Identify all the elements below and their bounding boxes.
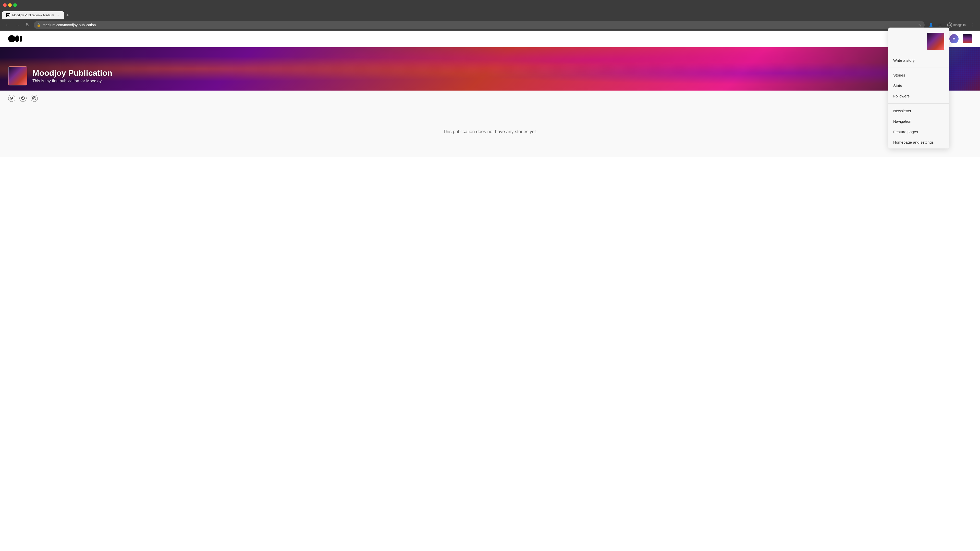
dropdown-settings-section: Newsletter Navigation Feature pages Home… bbox=[888, 105, 950, 148]
tab-title: Moodjoy Publication – Medium bbox=[12, 14, 54, 17]
instagram-link[interactable] bbox=[30, 95, 38, 102]
browser-toolbar: ← → ↻ 🔒 medium.com/moodjoy-publication ☆… bbox=[0, 19, 980, 30]
stories-item[interactable]: Stories bbox=[888, 70, 950, 80]
medium-logo-svg bbox=[8, 35, 22, 42]
homepage-settings-item[interactable]: Homepage and settings bbox=[888, 137, 950, 148]
medium-page: M Moodjoy Publication This is my first p… bbox=[0, 30, 980, 551]
incognito-badge[interactable]: Incognito bbox=[945, 21, 968, 29]
tab-favicon bbox=[6, 13, 10, 17]
incognito-label: Incognito bbox=[953, 23, 966, 27]
dropdown-stats-section: Stories Stats Followers bbox=[888, 69, 950, 102]
dropdown-pub-avatar bbox=[927, 33, 944, 50]
close-button[interactable] bbox=[3, 3, 6, 7]
newsletter-item[interactable]: Newsletter bbox=[888, 106, 950, 116]
write-story-item[interactable]: Write a story bbox=[888, 55, 950, 65]
incognito-icon bbox=[947, 22, 952, 27]
publication-subtitle: This is my first publication for Moodjoy… bbox=[32, 79, 112, 83]
publication-avatar[interactable] bbox=[963, 34, 972, 43]
svg-point-1 bbox=[8, 35, 15, 42]
back-button[interactable]: ← bbox=[3, 21, 11, 29]
hero-text: Moodjoy Publication This is my first pub… bbox=[32, 68, 112, 83]
empty-stories-message: This publication does not have any stori… bbox=[443, 129, 537, 135]
instagram-icon bbox=[32, 97, 36, 100]
address-bar[interactable]: 🔒 medium.com/moodjoy-publication ☆ bbox=[34, 21, 924, 29]
medium-logo[interactable] bbox=[8, 35, 22, 42]
tab-bar: Moodjoy Publication – Medium × + bbox=[0, 10, 980, 19]
hero-content: Moodjoy Publication This is my first pub… bbox=[8, 66, 112, 86]
facebook-icon bbox=[21, 97, 25, 100]
svg-point-3 bbox=[20, 36, 22, 42]
hero-pub-mini-image bbox=[9, 67, 27, 85]
user-avatar[interactable]: M bbox=[950, 34, 959, 43]
facebook-link[interactable] bbox=[19, 95, 27, 102]
maximize-button[interactable] bbox=[13, 3, 17, 7]
dropdown-primary-section: Write a story bbox=[888, 54, 950, 67]
url-text: medium.com/moodjoy-publication bbox=[43, 23, 916, 27]
minimize-button[interactable] bbox=[8, 3, 12, 7]
bookmark-star-icon: ☆ bbox=[918, 23, 921, 27]
new-tab-button[interactable]: + bbox=[64, 11, 71, 19]
social-bar bbox=[0, 91, 980, 106]
menu-button[interactable]: ⋮ bbox=[969, 21, 977, 29]
hero-pub-avatar bbox=[8, 66, 27, 86]
stats-item[interactable]: Stats bbox=[888, 80, 950, 91]
publication-title: Moodjoy Publication bbox=[32, 68, 112, 78]
hero-banner: Moodjoy Publication This is my first pub… bbox=[0, 47, 980, 91]
medium-header: M bbox=[0, 30, 980, 47]
forward-button[interactable]: → bbox=[13, 21, 21, 29]
main-content: This publication does not have any stori… bbox=[0, 106, 980, 157]
twitter-link[interactable] bbox=[8, 95, 15, 102]
lock-icon: 🔒 bbox=[37, 23, 41, 27]
browser-titlebar bbox=[0, 0, 980, 10]
user-avatar-image: M bbox=[950, 34, 959, 43]
window-controls bbox=[3, 3, 17, 7]
dropdown-menu: Write a story Stories Stats Followers Ne… bbox=[888, 27, 950, 148]
active-tab[interactable]: Moodjoy Publication – Medium × bbox=[2, 11, 64, 19]
dropdown-avatar-section bbox=[888, 27, 950, 54]
browser-chrome: Moodjoy Publication – Medium × + ← → ↻ 🔒… bbox=[0, 0, 980, 30]
svg-point-2 bbox=[15, 35, 19, 42]
navigation-item[interactable]: Navigation bbox=[888, 116, 950, 127]
hero-lights-bg bbox=[0, 47, 980, 91]
refresh-button[interactable]: ↻ bbox=[24, 21, 32, 29]
twitter-icon bbox=[10, 97, 14, 100]
followers-item[interactable]: Followers bbox=[888, 91, 950, 101]
feature-pages-item[interactable]: Feature pages bbox=[888, 127, 950, 137]
tab-close-button[interactable]: × bbox=[56, 13, 60, 17]
